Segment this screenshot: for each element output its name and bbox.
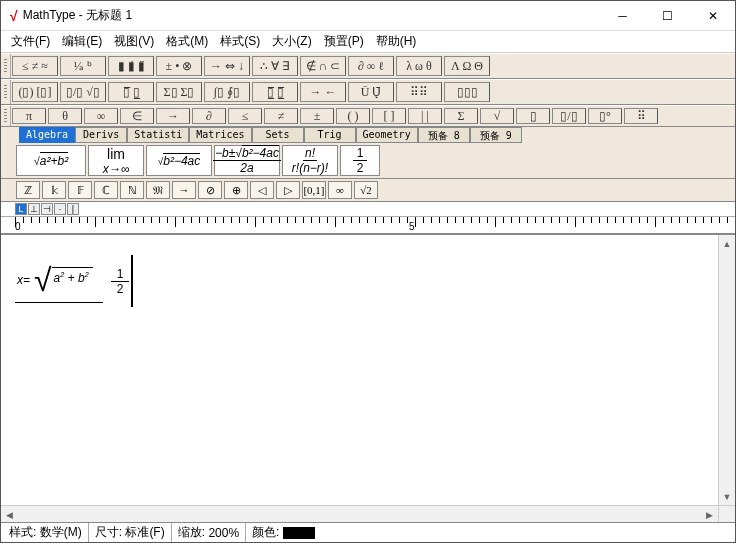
small-sym-4[interactable]: ℕ: [120, 181, 144, 199]
scroll-left-icon[interactable]: ◀: [1, 506, 18, 523]
palette-btn-r2-6[interactable]: → ←: [300, 82, 346, 102]
maximize-button[interactable]: ☐: [645, 1, 690, 31]
palette-btn-r1-6[interactable]: ∉ ∩ ⊂: [300, 56, 346, 76]
status-size[interactable]: 尺寸: 标准(F): [89, 523, 172, 542]
tab-sets[interactable]: Sets: [252, 127, 304, 143]
palette-btn-r2-7[interactable]: Ū Ų̄: [348, 82, 394, 102]
palette-btn-r3-5[interactable]: ∂: [192, 108, 226, 124]
palette-btn-r1-3[interactable]: ± • ⊗: [156, 56, 202, 76]
palette-btn-r1-1[interactable]: ¹⁄ₐ ᵇ: [60, 56, 106, 76]
menu-edit[interactable]: 编辑(E): [56, 31, 108, 52]
palette-btn-r3-0[interactable]: π: [12, 108, 46, 124]
palette-btn-r2-5[interactable]: ▯̲̅ ▯̲̅: [252, 82, 298, 102]
palette-btn-r3-13[interactable]: √: [480, 108, 514, 124]
title-bar: √ MathType - 无标题 1 ─ ☐ ✕: [1, 1, 735, 31]
palette-btn-r3-2[interactable]: ∞: [84, 108, 118, 124]
menu-format[interactable]: 格式(M): [160, 31, 214, 52]
palette-btn-r3-9[interactable]: ( ): [336, 108, 370, 124]
tab-stop-left[interactable]: L: [15, 203, 27, 215]
small-sym-6[interactable]: →: [172, 181, 196, 199]
menu-size[interactable]: 大小(Z): [266, 31, 317, 52]
scroll-right-icon[interactable]: ▶: [701, 506, 718, 523]
template-discriminant[interactable]: √b²−4ac: [146, 145, 212, 176]
minimize-button[interactable]: ─: [600, 1, 645, 31]
status-color[interactable]: 颜色:: [246, 523, 321, 542]
small-sym-3[interactable]: ℂ: [94, 181, 118, 199]
template-sqrt-a2b2[interactable]: √a²+b²: [16, 145, 86, 176]
palette-btn-r2-0[interactable]: (▯) [▯]: [12, 82, 58, 102]
palette-btn-r3-7[interactable]: ≠: [264, 108, 298, 124]
small-sym-2[interactable]: 𝔽: [68, 181, 92, 199]
palette-btn-r1-8[interactable]: λ ω θ: [396, 56, 442, 76]
small-sym-10[interactable]: ▷: [276, 181, 300, 199]
toolbar-handle[interactable]: [1, 80, 11, 104]
palette-btn-r1-9[interactable]: Λ Ω Θ: [444, 56, 490, 76]
small-sym-5[interactable]: 𝔐: [146, 181, 170, 199]
status-zoom[interactable]: 缩放: 200%: [172, 523, 246, 542]
horizontal-ruler[interactable]: 0 5: [1, 216, 735, 234]
palette-btn-r3-15[interactable]: ▯/▯: [552, 108, 586, 124]
template-combination[interactable]: n!r!(n−r)!: [282, 145, 338, 176]
menu-style[interactable]: 样式(S): [214, 31, 266, 52]
palette-btn-r2-3[interactable]: Σ▯ Σ▯: [156, 82, 202, 102]
small-sym-9[interactable]: ◁: [250, 181, 274, 199]
menu-help[interactable]: 帮助(H): [370, 31, 423, 52]
palette-btn-r1-2[interactable]: ▮ ▮̇ ▮̈: [108, 56, 154, 76]
tab-stop-bar[interactable]: |: [67, 203, 79, 215]
palette-btn-r3-4[interactable]: →: [156, 108, 190, 124]
tab-algebra[interactable]: Algebra: [19, 127, 75, 143]
equation-content[interactable]: x= √ a2 + b2 1 2: [15, 255, 721, 307]
small-sym-8[interactable]: ⊕: [224, 181, 248, 199]
template-limit[interactable]: limx→∞: [88, 145, 144, 176]
tab-statisti[interactable]: Statisti: [127, 127, 189, 143]
palette-btn-r3-10[interactable]: [ ]: [372, 108, 406, 124]
small-sym-11[interactable]: [0,1]: [302, 181, 326, 199]
toolbar-handle[interactable]: [1, 54, 11, 78]
tab-stop-decimal[interactable]: ·: [54, 203, 66, 215]
palette-btn-r2-1[interactable]: ▯/▯ √▯: [60, 82, 106, 102]
palette-btn-r1-4[interactable]: → ⇔ ↓: [204, 56, 250, 76]
tab-matrices[interactable]: Matrices: [189, 127, 251, 143]
palette-btn-r3-12[interactable]: Σ: [444, 108, 478, 124]
palette-btn-r2-4[interactable]: ∫▯ ∮▯: [204, 82, 250, 102]
palette-btn-r3-8[interactable]: ±: [300, 108, 334, 124]
tab-geometry[interactable]: Geometry: [356, 127, 418, 143]
palette-btn-r2-9[interactable]: ▯▯▯: [444, 82, 490, 102]
small-sym-1[interactable]: 𝕜: [42, 181, 66, 199]
small-sym-12[interactable]: ∞: [328, 181, 352, 199]
palette-btn-r3-6[interactable]: ≤: [228, 108, 262, 124]
palette-btn-r1-7[interactable]: ∂ ∞ ℓ: [348, 56, 394, 76]
scroll-down-icon[interactable]: ▼: [719, 488, 735, 505]
palette-btn-r3-14[interactable]: ▯: [516, 108, 550, 124]
vertical-scrollbar[interactable]: ▲ ▼: [718, 235, 735, 505]
template-quadratic[interactable]: −b±√b²−4ac2a: [214, 145, 280, 176]
palette-btn-r3-16[interactable]: ▯°: [588, 108, 622, 124]
palette-btn-r1-5[interactable]: ∴ ∀ ∃: [252, 56, 298, 76]
status-style[interactable]: 样式: 数学(M): [3, 523, 89, 542]
palette-btn-r1-0[interactable]: ≤ ≠ ≈: [12, 56, 58, 76]
scroll-up-icon[interactable]: ▲: [719, 235, 735, 252]
tab-预备 8[interactable]: 预备 8: [418, 127, 470, 143]
equation-editor[interactable]: ▲ ▼ x= √ a2 + b2 1 2: [1, 235, 735, 505]
small-sym-13[interactable]: √2: [354, 181, 378, 199]
close-button[interactable]: ✕: [690, 1, 735, 31]
menu-file[interactable]: 文件(F): [5, 31, 56, 52]
menu-preset[interactable]: 预置(P): [318, 31, 370, 52]
palette-btn-r2-8[interactable]: ⠿⠿: [396, 82, 442, 102]
tab-derivs[interactable]: Derivs: [75, 127, 127, 143]
tab-stop-right[interactable]: ⊣: [41, 203, 53, 215]
palette-btn-r3-17[interactable]: ⠿: [624, 108, 658, 124]
tab-预备 9[interactable]: 预备 9: [470, 127, 522, 143]
tab-stop-center[interactable]: ⊥: [28, 203, 40, 215]
tab-trig[interactable]: Trig: [304, 127, 356, 143]
palette-btn-r3-11[interactable]: | |: [408, 108, 442, 124]
template-half[interactable]: 12: [340, 145, 380, 176]
palette-btn-r3-3[interactable]: ∈: [120, 108, 154, 124]
small-sym-7[interactable]: ⊘: [198, 181, 222, 199]
horizontal-scrollbar[interactable]: ◀ ▶: [1, 505, 735, 522]
menu-view[interactable]: 视图(V): [108, 31, 160, 52]
palette-btn-r2-2[interactable]: ▯̅ ▯̲: [108, 82, 154, 102]
toolbar-handle[interactable]: [1, 106, 11, 126]
small-sym-0[interactable]: ℤ: [16, 181, 40, 199]
palette-btn-r3-1[interactable]: θ: [48, 108, 82, 124]
